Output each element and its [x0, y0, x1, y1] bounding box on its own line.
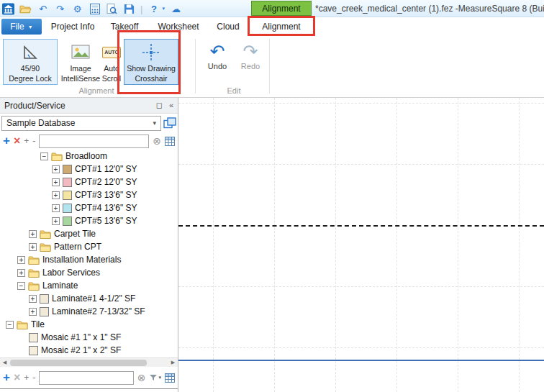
chevron-down-icon: ▾ — [153, 119, 156, 127]
tree-item[interactable]: +CPT#1 12'0" SY — [0, 163, 178, 176]
database-manager-icon[interactable] — [163, 117, 176, 129]
gridline-horizontal — [178, 286, 544, 287]
auto-scroll-button[interactable]: AUTO Auto Scroll — [101, 39, 122, 85]
gridline-horizontal — [178, 164, 544, 165]
tree-item[interactable]: −Broadloom — [0, 150, 178, 163]
tree-item[interactable]: Mosaic #2 1" x 2" SF — [0, 344, 178, 357]
image-intellisense-button[interactable]: Image IntelliSense — [60, 39, 101, 85]
degree-lock-button[interactable]: 45/90 Degree Lock — [3, 39, 58, 85]
expand-all-icon[interactable]: + — [24, 136, 29, 146]
tab-worksheet[interactable]: Worksheet — [151, 17, 206, 36]
tree-item[interactable]: +Laminate#1 4-1/2" SF — [0, 292, 178, 305]
cloud-icon[interactable]: ☁ — [170, 3, 182, 15]
clear-search-icon[interactable]: ⊗ — [137, 372, 146, 383]
tree-item-label: CPT#2 12'0" SY — [75, 177, 137, 187]
folder-icon — [40, 242, 51, 252]
collapse-all-icon[interactable]: - — [32, 136, 35, 146]
collapse-icon[interactable]: − — [6, 321, 14, 329]
folder-icon — [28, 281, 40, 291]
collapse-icon[interactable]: − — [17, 282, 25, 290]
database-select-value: Sample Database — [6, 118, 75, 128]
expand-icon[interactable]: + — [17, 256, 25, 264]
expand-icon[interactable]: + — [17, 269, 25, 277]
file-menu-button[interactable]: File ▼ — [1, 19, 42, 35]
measuresquare-window: ↶ ↷ ⚙ | ? ▾ ☁ Alignment *cave_creek_medi… — [0, 0, 544, 392]
gridline-horizontal — [178, 347, 544, 348]
database-select[interactable]: Sample Database ▾ — [1, 116, 161, 131]
folder-icon — [17, 320, 28, 329]
show-drawing-crosshair-button[interactable]: Show Drawing Crosshair — [124, 39, 178, 85]
calculator-icon[interactable] — [89, 3, 101, 15]
settings-gear-icon[interactable]: ⚙ — [71, 3, 83, 15]
collapse-all-icon[interactable]: - — [32, 373, 35, 383]
tree-item[interactable]: +Pattern CPT — [0, 240, 178, 253]
tree-item[interactable]: +CPT#2 12'0" SY — [0, 176, 178, 188]
drawn-line[interactable] — [178, 360, 544, 361]
tree-item-label: Tile — [31, 319, 45, 329]
scroll-left-icon[interactable]: ◀ — [0, 358, 9, 367]
guide-dashed-line[interactable] — [178, 225, 544, 227]
tree-item[interactable]: −Laminate — [0, 279, 178, 292]
expand-icon[interactable]: + — [52, 217, 60, 225]
tree-item[interactable]: Mosaic #1 1" x 1" SF — [0, 331, 178, 344]
horizontal-scrollbar[interactable]: ◀ ▶ — [0, 357, 178, 367]
undo-button[interactable]: ↶ Undo — [203, 40, 232, 85]
tab-takeoff[interactable]: Takeoff — [102, 17, 147, 36]
add-icon[interactable]: + — [3, 135, 10, 147]
tab-cloud[interactable]: Cloud — [210, 17, 246, 36]
open-folder-icon[interactable] — [19, 3, 32, 15]
scrollbar-thumb[interactable] — [10, 360, 147, 366]
search-input[interactable] — [39, 135, 149, 148]
delete-icon[interactable]: × — [14, 135, 20, 147]
expand-icon[interactable]: + — [52, 178, 60, 186]
search-input[interactable] — [39, 371, 133, 385]
tree-item[interactable]: +Laminate#2 7-13/32" SF — [0, 305, 178, 318]
chevron-down-icon[interactable]: ▾ — [162, 6, 165, 12]
filter-icon[interactable]: ▾ — [149, 374, 161, 381]
help-icon[interactable]: ? — [148, 3, 160, 15]
tree-item[interactable]: +Carpet Tile — [0, 227, 178, 240]
tree-item[interactable]: +CPT#3 13'6" SY — [0, 188, 178, 201]
folder-icon — [40, 229, 51, 239]
button-label: Image — [70, 64, 91, 73]
product-swatch — [40, 294, 49, 304]
grid-view-icon[interactable] — [165, 137, 175, 146]
collapse-panel-icon[interactable]: « — [169, 101, 173, 110]
tab-project-info[interactable]: Project Info — [47, 17, 98, 36]
drawing-canvas[interactable] — [178, 98, 544, 392]
save-icon[interactable] — [123, 3, 135, 15]
redo-icon[interactable]: ↷ — [54, 3, 66, 15]
tree-item[interactable]: −Tile — [0, 318, 178, 331]
button-label: Redo — [241, 62, 260, 70]
undo-icon[interactable]: ↶ — [37, 3, 49, 15]
tree-item[interactable]: +CPT#4 13'6" SY — [0, 201, 178, 214]
ribbon-tab-bar: File ▼ Project Info Takeoff Worksheet Cl… — [0, 17, 544, 36]
add-icon[interactable]: + — [3, 371, 10, 384]
print-preview-icon[interactable] — [106, 3, 118, 15]
product-swatch — [40, 307, 49, 316]
tree-item[interactable]: +CPT#5 13'6" SY — [0, 214, 178, 227]
expand-all-icon[interactable]: + — [24, 373, 29, 383]
expand-icon[interactable]: + — [52, 204, 60, 212]
float-window-icon[interactable]: ◻ — [156, 101, 163, 110]
title-bar: ↶ ↷ ⚙ | ? ▾ ☁ Alignment *cave_creek_medi… — [0, 0, 544, 17]
scroll-right-icon[interactable]: ▶ — [168, 358, 178, 367]
expand-icon[interactable]: + — [52, 165, 60, 173]
clear-search-icon[interactable]: ⊗ — [153, 135, 161, 147]
expand-icon[interactable]: + — [29, 295, 37, 303]
tab-alignment[interactable]: Alignment — [249, 17, 314, 36]
tree-item[interactable]: +Installation Materials — [0, 253, 178, 266]
grid-view-icon[interactable] — [165, 373, 175, 383]
expand-icon[interactable]: + — [29, 230, 37, 238]
tree-item-label: CPT#5 13'6" SY — [75, 216, 137, 226]
expand-icon[interactable]: + — [52, 191, 60, 199]
tree-item[interactable]: +Labor Services — [0, 266, 178, 279]
collapse-icon[interactable]: − — [40, 152, 48, 160]
tree-item-label: Mosaic #1 1" x 1" SF — [41, 332, 121, 342]
tree-item-label: CPT#4 13'6" SY — [75, 203, 137, 213]
button-label: Auto — [104, 64, 119, 73]
delete-icon[interactable]: × — [14, 371, 20, 384]
redo-button[interactable]: ↷ Redo — [236, 40, 265, 85]
expand-icon[interactable]: + — [29, 243, 37, 251]
expand-icon[interactable]: + — [29, 308, 37, 316]
